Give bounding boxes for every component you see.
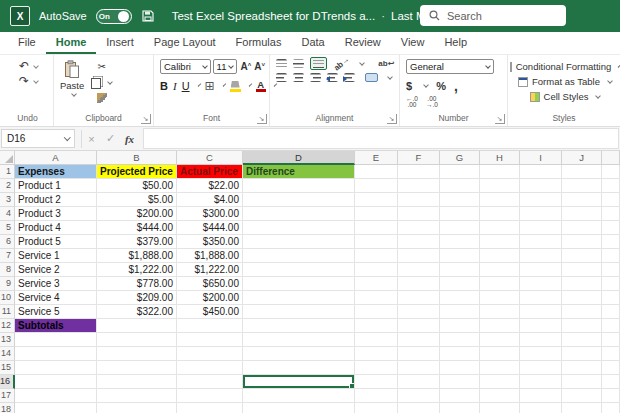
cell-G6[interactable] [440,235,480,249]
cell-H11[interactable] [480,305,520,319]
cell-A9[interactable]: Service 3 [15,277,97,291]
top-align-button[interactable] [276,59,287,68]
cell-G13[interactable] [440,333,480,347]
cell-J16[interactable] [562,375,602,389]
underline-button[interactable]: U [182,80,190,92]
cell-E5[interactable] [355,221,398,235]
cell-E6[interactable] [355,235,398,249]
row-header-13[interactable]: 13 [0,333,15,347]
fill-handle[interactable] [349,383,354,388]
cell-F5[interactable] [398,221,440,235]
cell-I1[interactable] [520,165,562,179]
cell-I8[interactable] [520,263,562,277]
cell-F6[interactable] [398,235,440,249]
cell-G8[interactable] [440,263,480,277]
cell-B1[interactable]: Projected Price [97,165,177,179]
comma-style-button[interactable]: , [454,78,458,94]
cell-J1[interactable] [562,165,602,179]
cell-H3[interactable] [480,193,520,207]
autosave-toggle[interactable]: On [96,9,132,24]
cell-E13[interactable] [355,333,398,347]
increase-indent-button[interactable] [344,73,355,82]
cell-C12[interactable] [177,319,243,333]
cell-I13[interactable] [520,333,562,347]
cell-J17[interactable] [562,389,602,403]
cell-styles-button[interactable]: Cell Styles [514,89,616,104]
cell-J4[interactable] [562,207,602,221]
cell-B8[interactable]: $1,222.00 [97,263,177,277]
tab-page-layout[interactable]: Page Layout [144,32,226,54]
conditional-formatting-button[interactable]: Conditional Formatting [514,59,616,74]
cell-D15[interactable] [243,361,355,375]
clipboard-dialog-launcher[interactable]: ↘ [141,114,151,124]
copy-button[interactable] [91,76,112,89]
cell-F3[interactable] [398,193,440,207]
cell-D9[interactable] [243,277,355,291]
cell-J5[interactable] [562,221,602,235]
cell-J12[interactable] [562,319,602,333]
cell-F12[interactable] [398,319,440,333]
column-header-b[interactable]: B [97,151,177,165]
cell-C18[interactable] [177,403,243,413]
cell-H9[interactable] [480,277,520,291]
cell-C5[interactable]: $444.00 [177,221,243,235]
cell-I18[interactable] [520,403,562,413]
cell-I5[interactable] [520,221,562,235]
cell-B4[interactable]: $200.00 [97,207,177,221]
save-icon[interactable] [141,9,155,23]
redo-button[interactable]: ↷ [8,76,49,87]
merge-center-dropdown-icon[interactable] [387,74,393,80]
font-color-button[interactable]: A [256,81,266,92]
row-header-8[interactable]: 8 [0,263,15,277]
row-header-17[interactable]: 17 [0,389,15,403]
increase-decimal-button[interactable]: ←.0 .00 [406,96,418,108]
align-left-button[interactable] [276,73,287,82]
cell-J13[interactable] [562,333,602,347]
number-format-select[interactable]: General [406,59,494,74]
cell-F11[interactable] [398,305,440,319]
decrease-indent-button[interactable] [327,73,338,82]
cell-C4[interactable]: $300.00 [177,207,243,221]
cell-I2[interactable] [520,179,562,193]
cell-partial-3[interactable] [602,193,620,207]
column-header-partial[interactable] [602,151,620,165]
row-header-5[interactable]: 5 [0,221,15,235]
cell-E10[interactable] [355,291,398,305]
cell-A8[interactable]: Service 2 [15,263,97,277]
copy-dropdown-icon[interactable] [107,79,113,85]
cell-B14[interactable] [97,347,177,361]
cell-B17[interactable] [97,389,177,403]
cell-A1[interactable]: Expenses [15,165,97,179]
row-header-6[interactable]: 6 [0,235,15,249]
cell-C7[interactable]: $1,888.00 [177,249,243,263]
accounting-dropdown-icon[interactable] [423,82,429,88]
cell-A6[interactable]: Product 5 [15,235,97,249]
cell-partial-17[interactable] [602,389,620,403]
column-header-e[interactable]: E [355,151,398,165]
cell-A12[interactable]: Subtotals [15,319,97,333]
cell-J2[interactable] [562,179,602,193]
cell-D11[interactable] [243,305,355,319]
select-all-button[interactable] [0,151,15,165]
cell-G4[interactable] [440,207,480,221]
cell-partial-15[interactable] [602,361,620,375]
cell-G17[interactable] [440,389,480,403]
cell-B11[interactable]: $322.00 [97,305,177,319]
shrink-font-button[interactable]: A˅ [254,61,265,72]
borders-dropdown-icon[interactable] [222,83,226,87]
cell-I11[interactable] [520,305,562,319]
cell-partial-14[interactable] [602,347,620,361]
cell-B5[interactable]: $444.00 [97,221,177,235]
alignment-dialog-launcher[interactable]: ↘ [387,114,397,124]
name-box[interactable]: D16 [1,129,75,148]
cell-G14[interactable] [440,347,480,361]
cell-B9[interactable]: $778.00 [97,277,177,291]
cell-I3[interactable] [520,193,562,207]
cell-A11[interactable]: Service 5 [15,305,97,319]
row-header-3[interactable]: 3 [0,193,15,207]
insert-function-button[interactable]: fx [120,133,139,145]
orientation-button[interactable]: ab→ [332,54,351,72]
cell-B2[interactable]: $50.00 [97,179,177,193]
cell-partial-4[interactable] [602,207,620,221]
cell-C8[interactable]: $1,222.00 [177,263,243,277]
